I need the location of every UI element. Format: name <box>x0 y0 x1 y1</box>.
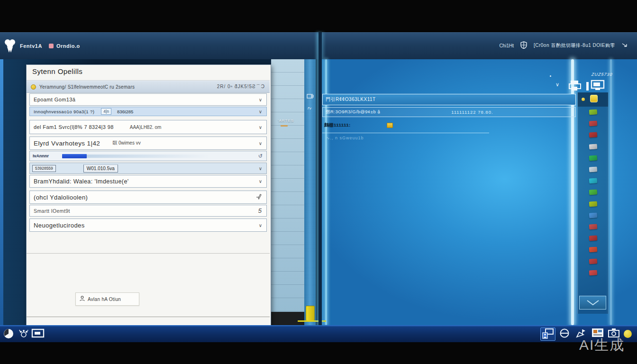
strip-orange-tick <box>281 125 288 127</box>
panel-input-text: 鷓棚111111: <box>324 122 351 128</box>
row-mini-box[interactable]: 4|n <box>101 108 111 115</box>
dialog-progress-row[interactable]: IvAnnnr ↺ <box>29 151 267 161</box>
version-box[interactable]: W01.010.5va <box>83 164 118 173</box>
person-icon <box>80 295 85 303</box>
menu-item-secondary[interactable]: Orndio.o <box>56 43 80 49</box>
row-label: (ohcl Ydalolioolen) <box>34 194 88 201</box>
dialog-version-row[interactable]: 53928559 W01.010.5va ∨ <box>29 163 267 174</box>
action-button-label: Avlan hA Otiun <box>88 297 121 302</box>
row-label: Neuogetlucirodes <box>34 222 85 229</box>
menu-pink-icon <box>49 44 54 48</box>
header-left-text: Yeramnung/ S1lfelnwemmeotC ru 2semars <box>39 84 217 90</box>
refresh-icon[interactable]: ↺ <box>258 153 263 159</box>
panel-input-row[interactable]: 鷓棚111111: <box>322 119 576 131</box>
panel-hint-text: ∿., n sGweuu1b <box>326 136 364 140</box>
dialog-row-8[interactable]: (ohcl Ydalolioolen) <box>29 191 267 204</box>
chevron-down-icon[interactable]: ∨ <box>259 125 262 130</box>
topbar-status-label[interactable]: Chi1Ht <box>499 43 514 48</box>
printer-icon[interactable] <box>568 80 582 94</box>
sidebar-icon-red-badge[interactable] <box>589 224 598 229</box>
row-mark: 5 <box>258 207 262 214</box>
dialog-row-1[interactable]: Epoamt Gom13ǎ ∨ <box>29 93 267 106</box>
letterbox-bottom <box>0 342 637 364</box>
progress-bar <box>48 154 252 158</box>
folder-icon[interactable] <box>387 123 393 128</box>
desktop-corner-label: ZUZ5730 <box>591 72 613 77</box>
dialog-row-2-selected[interactable]: Innoqhnvessao1o 90a3(1 ?) 4|n 836t285 ∨ <box>29 107 267 116</box>
network-computer-icon[interactable] <box>542 328 554 341</box>
sidebar-icon-red-tool[interactable] <box>589 132 598 138</box>
sidebar-icon-red-square[interactable] <box>589 247 598 253</box>
progress-label: IvAnnnr <box>33 154 49 158</box>
row-label: Epoamt Gom13ǎ <box>34 97 75 102</box>
screen: Fentv1A Orndio.o Chi1Ht [Cr0on 首酌批切珊排-8u… <box>0 0 637 364</box>
bar-icon[interactable] <box>586 82 590 93</box>
ai-watermark: AI生成 <box>579 336 625 355</box>
dialog-row-7[interactable]: BramYhdalid: Walea: 'Imdestue(e' ∨ <box>29 175 267 188</box>
sidebar-icon-red-pin[interactable] <box>589 258 598 264</box>
chevron-down-icon[interactable]: ∨ <box>259 97 262 102</box>
row-sublabel: AAA)LH82. om <box>130 125 162 130</box>
sidebar-icon-green-oval[interactable] <box>589 109 598 115</box>
collapse-arrow-icon[interactable] <box>622 43 628 48</box>
letterbox-top <box>0 0 637 32</box>
window-icon[interactable] <box>31 328 45 340</box>
sidebar-icon-red-block[interactable] <box>589 270 598 275</box>
background-window-strip <box>271 59 304 312</box>
chevron-down-icon[interactable]: ∨ <box>259 109 262 114</box>
yellow-app-icon[interactable] <box>590 95 598 102</box>
row-sublabel: 臤 0wimes vv <box>112 140 140 146</box>
action-button[interactable]: Avlan hA Otiun <box>75 292 139 306</box>
strip-label: 'ARTES <box>278 118 294 123</box>
chevron-down-icon[interactable]: ∨ <box>259 166 262 171</box>
window-divider[interactable] <box>318 32 322 342</box>
dialog-header-row[interactable]: Yeramnung/ S1lfelnwemmeotC ru 2semars 2R… <box>27 81 270 93</box>
menu-item-brand[interactable]: Fentv1A <box>20 43 42 49</box>
panel-field-value: 111111122 78.80. <box>451 109 493 115</box>
sidebar-icon-cyan-chip[interactable] <box>589 178 598 184</box>
chevron-down-icon[interactable]: ∨ <box>259 141 262 146</box>
dialog-row-9[interactable]: Smartt IOemt9t 5 <box>29 205 267 217</box>
browser-icon[interactable] <box>559 328 570 340</box>
pencil-icon[interactable] <box>256 194 262 201</box>
panel-field-label: 鄧R:3O9R3/G/b@9¢±b ậ <box>326 109 380 115</box>
panel-header-text: 門引R¢¢O363LKX11T <box>326 96 376 103</box>
yellow-underline <box>298 320 326 322</box>
header-right-text: 2R/ 0ⁿ ƌJK5!5Ƨ⌒Ɔ <box>217 83 265 90</box>
dialog-row-10[interactable]: Neuogetlucirodes ∨ <box>29 218 267 232</box>
sidebar-icon-red-tag[interactable] <box>589 236 598 241</box>
status-dot-icon <box>31 84 36 90</box>
row-label: BramYhdalid: Walea: 'Imdestue(e' <box>34 178 129 185</box>
monitor-icon[interactable] <box>591 80 606 94</box>
panel-header-row[interactable]: 門引R¢¢O363LKX11T <box>322 94 576 105</box>
sidebar-icon-blue-chip[interactable] <box>589 212 598 218</box>
app-logo-icon[interactable] <box>4 37 16 56</box>
progress-track <box>87 155 209 158</box>
dialog-row-3[interactable]: del Fam1 Svrc(l|8% 7 8324|3 98 AAA)LH82.… <box>29 120 267 134</box>
paw-icon[interactable] <box>18 328 29 341</box>
sidebar-icon-lime-oval[interactable] <box>589 201 598 207</box>
sidebar-icon-red-text[interactable] <box>589 121 598 127</box>
background-window-strip-footer <box>271 312 304 325</box>
clock-icon[interactable] <box>3 328 14 341</box>
dialog-row-4[interactable]: Elyrd Vvarhoteys 1|42 臤 0wimes vv ∨ <box>29 136 267 150</box>
sidebar-icon-gray-doc[interactable] <box>589 144 598 149</box>
row-label: Innoqhnvessao1o 90a3(1 ?) <box>34 109 94 114</box>
topbar-status-text[interactable]: [Cr0on 首酌批切珊排-8u1 DOIE购零 <box>534 42 615 49</box>
sidebar-icon-green-chip[interactable] <box>589 155 598 161</box>
tray-expand-icon[interactable]: ∨ <box>555 82 559 88</box>
dialog-bottom-divider <box>27 317 270 317</box>
yellow-pencil-icon[interactable] <box>306 306 315 321</box>
sidebar-icon-green-square[interactable] <box>589 190 598 195</box>
row-label: Smartt IOemt9t <box>34 208 70 214</box>
yellow-dot-icon[interactable] <box>582 98 585 101</box>
chevron-down-icon[interactable]: ∨ <box>259 223 262 228</box>
panel-field-row[interactable]: 鄧R:3O9R3/G/b@9¢±b ậ 111111122 78.80. <box>322 107 576 117</box>
sidebar-icon-camera[interactable] <box>589 166 598 172</box>
chevron-down-icon[interactable]: ∨ <box>259 179 262 184</box>
sidebar-scroll-button[interactable] <box>579 296 606 309</box>
desktop-left-edge <box>0 59 3 325</box>
code-box: 53928559 <box>32 165 56 172</box>
yellow-ball-icon[interactable] <box>624 330 632 338</box>
shield-icon[interactable] <box>520 41 527 50</box>
